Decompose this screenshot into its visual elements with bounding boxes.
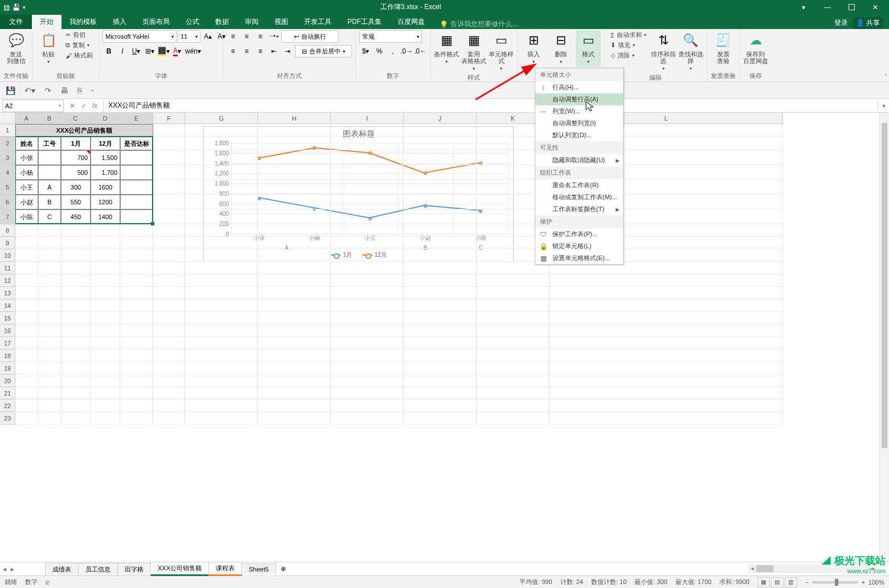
cell-A2[interactable]: 姓名 — [15, 137, 38, 150]
cell-E3[interactable] — [120, 150, 153, 165]
menu-hide-unhide[interactable]: 隐藏和取消隐藏(U)▶ — [535, 154, 623, 166]
tab-baidu[interactable]: 百度网盘 — [390, 15, 433, 29]
cell-D2[interactable]: 12月 — [91, 137, 120, 150]
cell-B5[interactable]: A — [38, 180, 61, 195]
tab-developer[interactable]: 开发工具 — [296, 15, 339, 29]
ribbon-display-options-icon[interactable]: ▾ — [792, 0, 815, 14]
menu-move-copy-sheet[interactable]: 移动或复制工作表(M)... — [535, 191, 623, 203]
cell-D3[interactable]: 1,500 — [91, 150, 120, 165]
expand-formula-bar-icon[interactable]: ▾ — [878, 102, 889, 110]
cell-D5[interactable]: 1600 — [91, 180, 120, 195]
cell-C4[interactable]: 500 — [61, 165, 91, 180]
tab-mytpl[interactable]: 我的模板 — [62, 15, 105, 29]
tab-file[interactable]: 文件 — [0, 15, 32, 29]
percent-icon[interactable]: % — [373, 45, 386, 57]
col-header-E[interactable]: E — [120, 113, 153, 124]
minimize-button[interactable]: — — [816, 0, 839, 14]
cut-button[interactable]: ✂剪切 — [63, 30, 95, 40]
cell-A5[interactable]: 小王 — [15, 180, 38, 195]
spreadsheet-grid[interactable]: ABCDEFGHIJKL 123456789101112131415161718… — [0, 113, 889, 562]
menu-column-width[interactable]: ↔列宽(W)... — [535, 105, 623, 117]
tab-review[interactable]: 审阅 — [237, 15, 267, 29]
row-header-11[interactable]: 11 — [0, 262, 15, 274]
menu-autofit-column-width[interactable]: 自动调整列宽(I) — [535, 117, 623, 129]
cell-D4[interactable]: 1,700 — [91, 165, 120, 180]
sheet-tab-4[interactable]: XXX公司销售额 — [150, 562, 209, 576]
increase-indent-icon[interactable]: ⇥ — [281, 45, 294, 57]
cell-B4[interactable] — [38, 165, 61, 180]
col-header-G[interactable]: G — [185, 113, 258, 124]
border-button[interactable]: ⊞▾ — [144, 45, 156, 57]
align-bottom-icon[interactable]: ≡ — [254, 30, 267, 43]
orientation-icon[interactable]: ⭬▾ — [268, 30, 280, 43]
cell-E4[interactable] — [120, 165, 153, 180]
col-header-I[interactable]: I — [331, 113, 404, 124]
menu-protect-sheet[interactable]: 🛡保护工作表(P)... — [535, 228, 623, 240]
sheet-nav-buttons[interactable]: ◄ ► — [0, 566, 17, 573]
clear-button[interactable]: ◇清除▾ — [608, 51, 649, 60]
tab-data[interactable]: 数据 — [207, 15, 237, 29]
font-color-button[interactable]: A▾ — [171, 45, 183, 57]
wrap-text-button[interactable]: ↩自动换行 — [281, 30, 338, 43]
row-header-5[interactable]: 5 — [0, 180, 15, 195]
qat-save-icon[interactable]: 💾 — [6, 86, 15, 95]
decrease-indent-icon[interactable]: ⇤ — [268, 45, 280, 57]
menu-autofit-row-height[interactable]: 自动调整行高(A) — [535, 93, 623, 105]
page-layout-view-icon[interactable]: ▤ — [771, 577, 784, 587]
align-right-icon[interactable]: ≡ — [254, 45, 267, 57]
fill-color-button[interactable]: ⬛▾ — [157, 45, 170, 57]
qat-custom-icon[interactable]: ▾ — [91, 88, 94, 93]
save-to-baidu-button[interactable]: ☁保存到 百度网盘 — [743, 30, 768, 65]
qat-other-icon[interactable]: ⎘ — [77, 86, 82, 95]
cell-D7[interactable]: 1400 — [91, 209, 120, 224]
find-select-button[interactable]: 🔍查找和选择▾ — [678, 30, 703, 73]
cancel-formula-icon[interactable]: ✕ — [69, 102, 75, 110]
normal-view-icon[interactable]: ▦ — [757, 577, 770, 587]
select-all-corner[interactable] — [0, 113, 15, 124]
zoom-control[interactable]: −+ 100% — [805, 579, 884, 586]
sort-filter-button[interactable]: ⇅排序和筛选▾ — [651, 30, 676, 73]
font-select[interactable]: Microsoft YaHei▾ — [103, 30, 177, 43]
cell-A6[interactable]: 小赵 — [15, 195, 38, 209]
row-header-15[interactable]: 15 — [0, 312, 15, 324]
insert-cells-button[interactable]: ⊞插入▾ — [521, 30, 546, 67]
save-icon[interactable]: 💾 — [12, 3, 21, 11]
row-header-10[interactable]: 10 — [0, 249, 15, 262]
cell-E5[interactable] — [120, 180, 153, 195]
col-header-F[interactable]: F — [153, 113, 185, 124]
row-header-17[interactable]: 17 — [0, 337, 15, 349]
enter-formula-icon[interactable]: ✓ — [81, 102, 87, 110]
col-header-C[interactable]: C — [61, 113, 91, 124]
col-header-D[interactable]: D — [91, 113, 120, 124]
row-header-18[interactable]: 18 — [0, 349, 15, 362]
chevron-icon[interactable]: ▾ — [23, 5, 26, 10]
cell-B2[interactable]: 工号 — [38, 137, 61, 150]
cell-A1[interactable]: XXX公司产品销售额 — [15, 124, 153, 137]
sheet-tab-6[interactable]: Sheet5 — [241, 564, 276, 574]
tab-formulas[interactable]: 公式 — [178, 15, 207, 29]
menu-rename-sheet[interactable]: 重命名工作表(R) — [535, 179, 623, 191]
phonetic-button[interactable]: wén▾ — [185, 45, 202, 57]
merge-center-button[interactable]: ⊟合并后居中▾ — [295, 45, 352, 57]
align-left-icon[interactable]: ≡ — [227, 45, 239, 57]
col-header-H[interactable]: H — [258, 113, 331, 124]
cell-E6[interactable] — [120, 195, 153, 209]
cell-C3[interactable]: 700 — [61, 150, 91, 165]
row-header-9[interactable]: 9 — [0, 237, 15, 249]
autosum-button[interactable]: Σ自动求和▾ — [608, 30, 649, 40]
cell-C2[interactable]: 1月 — [61, 137, 91, 150]
row-header-12[interactable]: 12 — [0, 274, 15, 287]
paste-button[interactable]: 📋粘贴▾ — [36, 30, 61, 67]
comma-icon[interactable]: , — [387, 45, 399, 57]
cell-E2[interactable]: 是否达标 — [120, 137, 153, 150]
row-header-8[interactable]: 8 — [0, 224, 15, 237]
sheet-tab-1[interactable]: 成绩表 — [45, 563, 79, 575]
row-header-14[interactable]: 14 — [0, 299, 15, 312]
menu-row-height[interactable]: ↕行高(H)... — [535, 81, 623, 93]
send-to-wechat-button[interactable]: 💬发送 到微信 — [3, 30, 28, 65]
qat-undo-icon[interactable]: ↶▾ — [24, 86, 35, 95]
fill-button[interactable]: ⬇填充▾ — [608, 40, 649, 50]
underline-button[interactable]: U▾ — [130, 45, 142, 57]
number-format-select[interactable]: 常规▾ — [359, 30, 422, 43]
cell-C7[interactable]: 450 — [61, 209, 91, 224]
